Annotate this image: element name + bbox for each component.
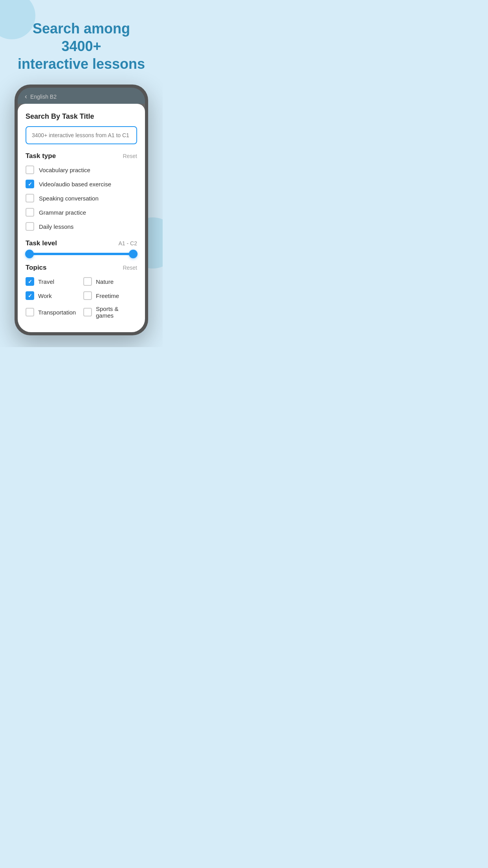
checkbox-vocabulary-label: Vocabulary practice bbox=[39, 167, 90, 173]
topic-travel-checkbox[interactable] bbox=[26, 277, 34, 286]
checkbox-video-audio-box[interactable] bbox=[26, 180, 34, 188]
phone-screen: ‹ English B2 Search By Task Title Task t… bbox=[18, 88, 145, 332]
header-line2: interactive lessons bbox=[18, 56, 145, 72]
topics-reset-button[interactable]: Reset bbox=[123, 265, 137, 271]
checkbox-vocabulary[interactable]: Vocabulary practice bbox=[26, 166, 137, 174]
topic-work-label: Work bbox=[38, 292, 52, 299]
topics-label: Topics bbox=[26, 264, 47, 272]
topic-nature-label: Nature bbox=[96, 278, 114, 285]
topic-freetime[interactable]: Freetime bbox=[83, 291, 137, 300]
topic-transportation-label: Transportation bbox=[38, 309, 76, 316]
task-type-header: Task type Reset bbox=[26, 152, 137, 160]
phone-mockup: ‹ English B2 Search By Task Title Task t… bbox=[0, 85, 163, 347]
task-level-header: Task level A1 - C2 bbox=[26, 239, 137, 247]
search-input[interactable] bbox=[32, 132, 131, 138]
topic-sports-checkbox[interactable] bbox=[83, 308, 92, 316]
topics-section: Topics Reset Travel Nature bbox=[26, 264, 137, 319]
topic-travel-label: Travel bbox=[38, 278, 54, 285]
checkbox-vocabulary-box[interactable] bbox=[26, 166, 34, 174]
checkbox-daily-label: Daily lessons bbox=[39, 223, 73, 230]
topics-header: Topics Reset bbox=[26, 264, 137, 272]
page-title: Search among 3400+ interactive lessons bbox=[12, 20, 151, 73]
checkbox-grammar-label: Grammar practice bbox=[39, 209, 86, 216]
task-level-section: Task level A1 - C2 bbox=[26, 239, 137, 255]
topic-sports-label: Sports & games bbox=[96, 305, 137, 319]
slider-fill bbox=[29, 253, 133, 255]
checkbox-grammar[interactable]: Grammar practice bbox=[26, 208, 137, 217]
topic-freetime-checkbox[interactable] bbox=[83, 291, 92, 300]
checkbox-speaking-box[interactable] bbox=[26, 194, 34, 202]
search-section-title: Search By Task Title bbox=[26, 112, 137, 121]
checkbox-video-audio-label: Video/audio based exercise bbox=[39, 181, 111, 188]
topic-sports-games[interactable]: Sports & games bbox=[83, 305, 137, 319]
checkbox-daily[interactable]: Daily lessons bbox=[26, 222, 137, 231]
slider-thumb-left[interactable] bbox=[25, 250, 34, 258]
task-level-label: Task level bbox=[26, 239, 57, 247]
topic-travel[interactable]: Travel bbox=[26, 277, 79, 286]
checkbox-grammar-box[interactable] bbox=[26, 208, 34, 217]
slider-thumb-right[interactable] bbox=[129, 250, 138, 258]
topic-work[interactable]: Work bbox=[26, 291, 79, 300]
header-section: Search among 3400+ interactive lessons bbox=[0, 0, 163, 85]
checkbox-video-audio[interactable]: Video/audio based exercise bbox=[26, 180, 137, 188]
phone-top-title: English B2 bbox=[30, 94, 57, 100]
content-card: Search By Task Title Task type Reset bbox=[18, 104, 145, 332]
task-level-range: A1 - C2 bbox=[119, 240, 137, 246]
topic-freetime-label: Freetime bbox=[96, 292, 119, 299]
back-arrow-icon[interactable]: ‹ bbox=[25, 92, 27, 101]
phone-outer: ‹ English B2 Search By Task Title Task t… bbox=[15, 85, 148, 335]
task-type-reset-button[interactable]: Reset bbox=[123, 153, 137, 159]
task-level-slider-track[interactable] bbox=[29, 253, 133, 255]
phone-top-bar: ‹ English B2 bbox=[18, 88, 145, 104]
header-line1: Search among 3400+ bbox=[33, 20, 130, 54]
task-type-label: Task type bbox=[26, 152, 56, 160]
search-input-wrapper[interactable] bbox=[26, 126, 137, 144]
checkbox-speaking-label: Speaking conversation bbox=[39, 195, 99, 202]
topic-nature[interactable]: Nature bbox=[83, 277, 137, 286]
topic-transportation-checkbox[interactable] bbox=[26, 308, 34, 316]
task-type-checkbox-list: Vocabulary practice Video/audio based ex… bbox=[26, 166, 137, 231]
checkbox-speaking[interactable]: Speaking conversation bbox=[26, 194, 137, 202]
checkbox-daily-box[interactable] bbox=[26, 222, 34, 231]
topic-nature-checkbox[interactable] bbox=[83, 277, 92, 286]
topic-work-checkbox[interactable] bbox=[26, 291, 34, 300]
topic-transportation[interactable]: Transportation bbox=[26, 305, 79, 319]
topics-grid: Travel Nature Work bbox=[26, 277, 137, 319]
task-type-section: Task type Reset Vocabulary practice Vide… bbox=[26, 152, 137, 231]
search-section: Search By Task Title bbox=[26, 112, 137, 144]
